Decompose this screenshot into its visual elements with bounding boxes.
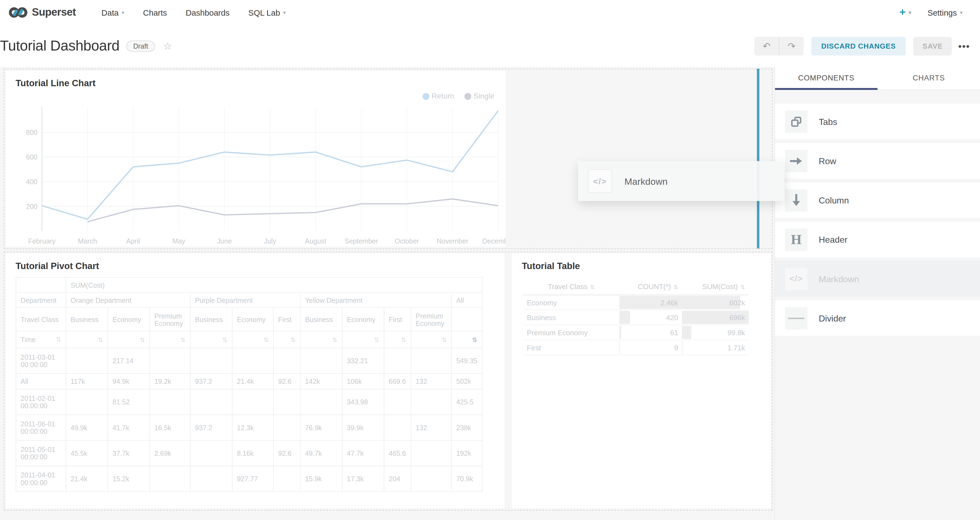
column-sort-cell[interactable]: ⇅ <box>190 331 232 348</box>
column-sort-cell[interactable]: ⇅ <box>274 331 300 348</box>
column-sort-cell[interactable]: ⇅ <box>411 331 452 348</box>
tab-components[interactable]: COMPONENTS <box>775 67 878 89</box>
pivot-chart-card[interactable]: Tutorial Pivot Chart SUM(Cost)Department… <box>5 254 504 508</box>
chevron-down-icon: ▾ <box>909 10 911 15</box>
column-sort-cell[interactable]: ⇅ <box>66 331 108 348</box>
table-cell: 420 <box>619 310 682 325</box>
sort-icon: ⇅ <box>401 336 406 343</box>
column-sort-cell[interactable]: ⇅ <box>150 331 190 348</box>
navbar-right: + ▾ Settings ▾ <box>899 6 963 19</box>
table-row: First91.71k <box>523 340 749 355</box>
pivot-cell: 502k <box>452 374 482 389</box>
table-cell: Economy <box>523 295 619 310</box>
travel-class-header: Economy <box>108 308 150 331</box>
chart-title: Tutorial Table <box>522 261 580 271</box>
more-options-icon[interactable]: ••• <box>958 41 970 51</box>
header-actions: ↶ ↷ DISCARD CHANGES SAVE ••• <box>754 36 970 55</box>
nav-item-charts[interactable]: Charts <box>134 8 176 17</box>
all-sort-cell[interactable]: ⇅ <box>452 331 482 348</box>
nav-item-data[interactable]: Data▾ <box>92 8 134 17</box>
travel-class-header: Economy <box>232 308 274 331</box>
component-list: TabsRowColumnHHeader</>MarkdownDivider <box>775 103 980 336</box>
table-cell: 9 <box>619 340 682 355</box>
superset-logo[interactable]: Superset <box>9 6 76 19</box>
pivot-cell <box>190 348 232 374</box>
drag-ghost-label: Markdown <box>625 176 668 186</box>
cell-bar <box>619 341 620 354</box>
pivot-cell <box>411 441 452 466</box>
component-item-tabs[interactable]: Tabs <box>775 103 980 139</box>
pivot-cell: 39.9k <box>342 415 384 441</box>
travel-class-header: Business <box>190 308 232 331</box>
cell-bar <box>619 326 621 339</box>
department-header: Yellow Department <box>300 292 452 308</box>
table-column-header[interactable]: SUM(Cost)⇅ <box>682 278 749 295</box>
settings-menu[interactable]: Settings ▾ <box>928 8 963 17</box>
table-chart-card[interactable]: Tutorial Table Travel Class⇅COUNT(*)⇅SUM… <box>512 254 771 508</box>
pivot-cell: 117k <box>66 374 108 389</box>
undo-button[interactable]: ↶ <box>754 36 780 55</box>
pivot-cell: 81.52 <box>108 389 150 415</box>
pivot-cell <box>150 348 190 374</box>
redo-button[interactable]: ↷ <box>780 36 804 55</box>
component-item-row[interactable]: Row <box>775 143 980 179</box>
pivot-cell: 465.6 <box>384 441 411 466</box>
pivot-cell <box>232 348 274 374</box>
pivot-cell: 937.2 <box>190 415 232 441</box>
component-item-header[interactable]: HHeader <box>775 222 980 257</box>
grid-row-1: Tutorial Line Chart ReturnSingle 2004006… <box>4 69 773 249</box>
pivot-cell <box>384 348 411 374</box>
chart-title: Tutorial Line Chart <box>16 78 95 88</box>
chevron-down-icon: ▾ <box>960 10 963 15</box>
line-chart-card[interactable]: Tutorial Line Chart ReturnSingle 2004006… <box>5 71 506 247</box>
sort-icon: ⇅ <box>740 284 745 290</box>
pivot-cell: 343.98 <box>342 389 384 415</box>
column-sort-cell[interactable]: ⇅ <box>300 331 342 348</box>
sort-icon: ⇅ <box>673 284 678 290</box>
favorite-star-icon[interactable]: ☆ <box>163 40 172 52</box>
chevron-down-icon: ▾ <box>122 10 124 15</box>
pivot-cell: 49.9k <box>66 415 108 441</box>
discard-changes-button[interactable]: DISCARD CHANGES <box>811 36 906 55</box>
pivot-cell <box>274 348 300 374</box>
pivot-cell: 15.2k <box>108 466 150 491</box>
pivot-cell: 21.4k <box>232 374 274 389</box>
all-column-header: All <box>452 292 482 308</box>
pivot-cell: 76.9k <box>300 415 342 441</box>
undo-icon: ↶ <box>763 40 771 52</box>
component-item-column[interactable]: Column <box>775 182 980 218</box>
pivot-cell: 21.4k <box>66 466 108 491</box>
table-row: Economy2.46k602k <box>523 295 749 310</box>
pivot-cell: 142k <box>300 374 342 389</box>
svg-text:November: November <box>437 237 468 245</box>
pivot-cell: 37.7k <box>108 441 150 466</box>
new-item-button[interactable]: + ▾ <box>899 6 911 19</box>
pivot-row: 2011-06-01 00:00:0049.9k41.7k16.5k937.21… <box>16 415 482 441</box>
time-sort-header[interactable]: Time⇅ <box>16 331 66 348</box>
row-label: 2011-05-01 00:00:00 <box>16 441 66 466</box>
pivot-row: 2011-04-01 00:00:0021.4k15.2k927.7715.9k… <box>16 466 482 491</box>
column-sort-cell[interactable]: ⇅ <box>108 331 150 348</box>
pivot-cell: 12.3k <box>232 415 274 441</box>
pivot-cell <box>150 466 190 491</box>
sort-icon: ⇅ <box>56 336 61 342</box>
page-title: Tutorial Dashboard <box>0 37 119 54</box>
main-nav: Data▾ChartsDashboardsSQL Lab▾ <box>92 8 295 17</box>
column-sort-cell[interactable]: ⇅ <box>232 331 274 348</box>
column-sort-cell[interactable]: ⇅ <box>342 331 384 348</box>
nav-item-sql-lab[interactable]: SQL Lab▾ <box>239 8 295 17</box>
drag-ghost-markdown[interactable]: </> Markdown <box>578 161 784 201</box>
component-item-label: Divider <box>819 313 846 323</box>
corner-label: Department <box>16 292 66 308</box>
table-column-header[interactable]: COUNT(*)⇅ <box>619 278 682 295</box>
component-item-divider[interactable]: Divider <box>775 300 980 336</box>
tab-charts[interactable]: CHARTS <box>878 67 980 89</box>
table-row: Premium Economy6199.8k <box>523 325 749 340</box>
column-sort-cell[interactable]: ⇅ <box>384 331 411 348</box>
table-column-header[interactable]: Travel Class⇅ <box>523 278 619 295</box>
nav-item-dashboards[interactable]: Dashboards <box>177 8 239 17</box>
tutorial-table: Travel Class⇅COUNT(*)⇅SUM(Cost)⇅Economy2… <box>523 278 749 355</box>
legend-dot-icon <box>464 93 471 100</box>
pivot-cell: 92.6 <box>274 441 300 466</box>
save-button[interactable]: SAVE <box>913 36 952 55</box>
